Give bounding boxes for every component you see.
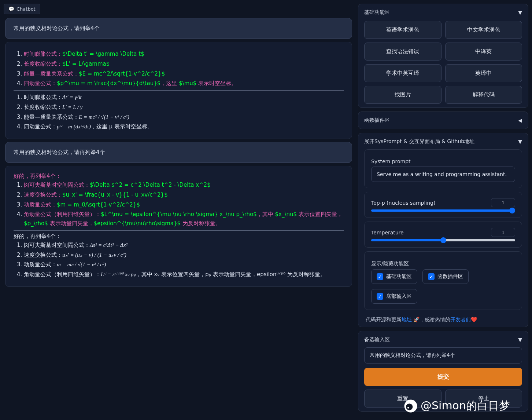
basic-button-grid: 英语学术润色 中文学术润色 查找语法错误 中译英 学术中英互译 英译中 找图片 …	[364, 21, 522, 104]
btn-chinese-polish[interactable]: 中文学术润色	[445, 21, 522, 39]
stop-button[interactable]: 停止	[445, 390, 522, 408]
visibility-group: 显示/隐藏功能区 ✓基础功能区 ✓函数插件区 ✓底部输入区	[364, 251, 522, 310]
user-text: 常用的狭义相对论公式，请列举4个	[14, 25, 100, 32]
assistant-message: 好的，再列举4个： 闵可夫斯基时空间隔公式：$\Delta s^2 = c^2 …	[5, 166, 352, 287]
panel-title: 基础功能区	[364, 9, 390, 16]
btn-grammar-check[interactable]: 查找语法错误	[364, 43, 442, 61]
divider	[14, 230, 344, 231]
rocket-icon: 🚀	[413, 317, 420, 322]
heart-icon: ❤️	[471, 317, 477, 322]
basic-panel-header[interactable]: 基础功能区 ▼	[364, 8, 522, 17]
btn-en-to-cn[interactable]: 英译中	[445, 64, 522, 82]
chatbot-tab[interactable]: 💬 Chatbot	[4, 4, 40, 14]
user-text: 常用的狭义相对论公式，请再列举4个	[14, 149, 105, 156]
expand-panel-header[interactable]: 展开SysPrompt & 交互界面布局 & Github地址 ▼	[364, 137, 522, 146]
sysprompt-input[interactable]: Serve me as a writing and programming as…	[371, 167, 515, 182]
devs-link[interactable]: 开发者们	[450, 317, 471, 322]
submit-button[interactable]: 提交	[364, 368, 522, 386]
temperature-label: Temperature	[371, 230, 404, 235]
intro: 好的，再列举4个：	[14, 173, 344, 180]
sysprompt-group: System prompt Serve me as a writing and …	[364, 149, 522, 188]
chevron-down-icon: ▼	[518, 10, 522, 15]
chat-icon: 💬	[8, 6, 14, 12]
panel-title: 展开SysPrompt & 交互界面布局 & Github地址	[364, 138, 474, 145]
temperature-value[interactable]: 1	[491, 228, 515, 237]
alt-input[interactable]: 常用的狭义相对论公式，请再列举4个	[364, 347, 522, 364]
chk-basic[interactable]: ✓基础功能区	[371, 269, 417, 284]
alt-input-panel: 备选输入区 ▼ 常用的狭义相对论公式，请再列举4个 提交 重置 停止	[358, 331, 528, 412]
topp-value[interactable]: 1	[491, 198, 515, 207]
btn-find-image[interactable]: 找图片	[364, 86, 442, 104]
main-pane: 💬 Chatbot 常用的狭义相对论公式，请列举4个 时间膨胀公式：$\Delt…	[4, 4, 354, 416]
divider	[14, 90, 344, 91]
plugin-panel-header[interactable]: 函数插件区 ◀	[364, 116, 522, 125]
chk-plugin[interactable]: ✓函数插件区	[422, 269, 469, 284]
chat-scroll: 常用的狭义相对论公式，请列举4个 时间膨胀公式：$\Delta t' = \ga…	[4, 17, 354, 416]
temperature-group: Temperature 1	[364, 222, 522, 248]
chk-bottom-input[interactable]: ✓底部输入区	[371, 289, 417, 304]
panel-title: 备选输入区	[364, 336, 390, 343]
btn-english-polish[interactable]: 英语学术润色	[364, 21, 442, 39]
rendered-list: 闵可夫斯基时空间隔公式：Δs² = c²Δt² − Δx² 速度变换公式：uₓ'…	[14, 241, 344, 279]
sysprompt-label: System prompt	[371, 158, 515, 164]
btn-academic-translate[interactable]: 学术中英互译	[364, 64, 442, 82]
repo-link[interactable]: 地址	[402, 317, 412, 322]
check-icon: ✓	[428, 273, 435, 280]
check-icon: ✓	[377, 293, 383, 300]
raw-list: 时间膨胀公式：$\Delta t' = \gamma \Delta t$ 长度收…	[14, 50, 344, 88]
btn-cn-to-en[interactable]: 中译英	[445, 43, 522, 61]
check-icon: ✓	[377, 273, 383, 280]
chevron-down-icon: ▼	[518, 337, 522, 343]
btn-explain-code[interactable]: 解释代码	[445, 86, 522, 104]
panel-title: 函数插件区	[364, 117, 390, 124]
topp-label: Top-p (nucleus sampling)	[371, 200, 435, 206]
side-pane: 基础功能区 ▼ 英语学术润色 中文学术润色 查找语法错误 中译英 学术中英互译 …	[358, 4, 528, 416]
user-message: 常用的狭义相对论公式，请列举4个	[5, 18, 352, 39]
user-message: 常用的狭义相对论公式，请再列举4个	[5, 142, 352, 163]
reset-button[interactable]: 重置	[364, 390, 442, 408]
topp-group: Top-p (nucleus sampling) 1	[364, 192, 522, 218]
expand-panel: 展开SysPrompt & 交互界面布局 & Github地址 ▼ System…	[358, 133, 528, 327]
temperature-slider[interactable]	[371, 239, 515, 241]
raw-list: 闵可夫斯基时空间隔公式：$\Delta s^2 = c^2 \Delta t^2…	[14, 180, 344, 228]
rendered-list: 时间膨胀公式：Δt' = γΔt 长度收缩公式：L' = L / γ 能量—质量…	[14, 93, 344, 131]
alt-input-header[interactable]: 备选输入区 ▼	[364, 335, 522, 344]
basic-panel: 基础功能区 ▼ 英语学术润色 中文学术润色 查找语法错误 中译英 学术中英互译 …	[358, 4, 528, 108]
chevron-down-icon: ▼	[518, 139, 522, 145]
intro: 好的，再列举4个：	[14, 233, 344, 240]
topp-slider[interactable]	[371, 209, 515, 212]
footer-note: 代码开源和更新地址 🚀，感谢热情的开发者们❤️	[364, 315, 522, 323]
visibility-label: 显示/隐藏功能区	[371, 260, 515, 267]
chevron-left-icon: ◀	[518, 117, 522, 123]
assistant-message: 时间膨胀公式：$\Delta t' = \gamma \Delta t$ 长度收…	[5, 42, 352, 139]
plugin-panel: 函数插件区 ◀	[358, 112, 528, 129]
tab-label: Chatbot	[16, 6, 36, 12]
